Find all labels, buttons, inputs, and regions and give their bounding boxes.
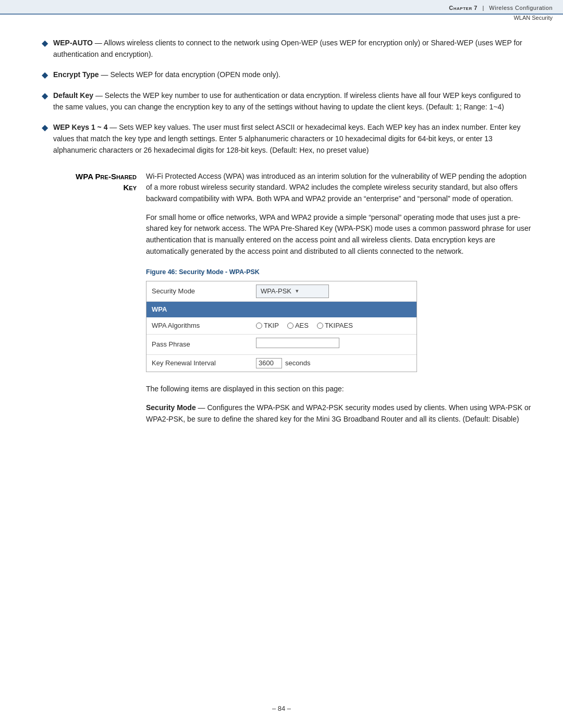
bullet-diamond-icon: ◆	[42, 122, 48, 132]
radio-tkip[interactable]: TKIP	[256, 320, 279, 331]
key-renewal-value: 3600 seconds	[251, 355, 417, 372]
bullet-bold-encrypt: Encrypt Type	[53, 70, 99, 79]
security-mode-body-text: — Configures the WPA-PSK and WPA2-PSK se…	[146, 403, 531, 423]
radio-circle-aes	[287, 323, 293, 329]
interval-group: 3600 seconds	[256, 358, 411, 368]
radio-circle-tkip	[256, 323, 262, 329]
bullet-text-wep-auto: — Allows wireless clients to connect to …	[53, 39, 522, 58]
interval-unit: seconds	[285, 358, 310, 368]
interval-input[interactable]: 3600	[256, 358, 282, 368]
wpa-para2: For small home or office networks, WPA a…	[146, 212, 532, 257]
key-renewal-label: Key Renewal Interval	[146, 355, 251, 372]
table-section-header: WPA	[146, 301, 417, 317]
dropdown-value: WPA-PSK	[261, 286, 291, 297]
bullet-bold-default-key: Default Key	[53, 91, 93, 100]
bullet-diamond-icon: ◆	[42, 38, 48, 48]
header-title: Wireless Configuration	[489, 5, 553, 11]
security-mode-bold: Security Mode	[146, 403, 196, 412]
security-mode-label: Security Mode	[146, 281, 251, 302]
header-divider: |	[482, 5, 484, 11]
wpa-content: Wi-Fi Protected Access (WPA) was introdu…	[146, 171, 532, 433]
page-footer: – 84 –	[0, 705, 563, 712]
table-row-pass-phrase: Pass Phrase	[146, 335, 417, 355]
bullet-list: ◆ WEP-AUTO — Allows wireless clients to …	[31, 38, 532, 156]
bullet-text-encrypt: — Selects WEP for data encryption (OPEN …	[99, 70, 280, 79]
wpa-label: WPA Pre-Shared Key	[31, 171, 146, 193]
radio-aes[interactable]: AES	[287, 320, 309, 331]
wpa-algorithms-value: TKIP AES TKIPAES	[251, 317, 417, 335]
body-text-following: The following items are displayed in thi…	[146, 384, 532, 395]
page-header: Chapter 7 | Wireless Configuration	[0, 0, 563, 15]
section-header-label: WPA	[146, 301, 417, 317]
security-mode-dropdown[interactable]: WPA-PSK ▾	[256, 285, 329, 298]
pass-phrase-value	[251, 335, 417, 355]
list-item: ◆ WEP-AUTO — Allows wireless clients to …	[31, 38, 532, 60]
wpa-label-sub: Key	[31, 182, 137, 193]
bullet-bold-wep-keys: WEP Keys 1 ~ 4	[53, 123, 107, 131]
bullet-diamond-icon: ◆	[42, 70, 48, 80]
chapter-label: Chapter	[449, 5, 472, 11]
page-number: – 84 –	[272, 705, 291, 712]
dropdown-arrow-icon: ▾	[296, 287, 299, 295]
wpa-label-main: WPA Pre-Shared	[31, 171, 137, 182]
radio-group-wpa: TKIP AES TKIPAES	[256, 320, 411, 331]
bullet-bold-wep-auto: WEP-AUTO	[53, 39, 93, 47]
chapter-num: 7	[474, 5, 478, 11]
figure-caption: Figure 46: Security Mode - WPA-PSK	[146, 267, 532, 277]
security-mode-value: WPA-PSK ▾	[251, 281, 417, 302]
radio-label-tkip: TKIP	[264, 320, 279, 331]
table-row-security-mode: Security Mode WPA-PSK ▾	[146, 281, 417, 302]
config-table-wrapper: Security Mode WPA-PSK ▾ WPA	[146, 281, 417, 373]
wpa-algorithms-label: WPA Algorithms	[146, 317, 251, 335]
radio-label-aes: AES	[295, 320, 309, 331]
pass-phrase-label: Pass Phrase	[146, 335, 251, 355]
radio-circle-tkipaes	[317, 323, 323, 329]
body-text-security-mode: Security Mode — Configures the WPA-PSK a…	[146, 402, 532, 425]
list-item: ◆ Encrypt Type — Selects WEP for data en…	[31, 69, 532, 81]
wpa-para1: Wi-Fi Protected Access (WPA) was introdu…	[146, 171, 532, 205]
header-subtitle: WLAN Security	[0, 15, 563, 22]
list-item: ◆ WEP Keys 1 ~ 4 — Sets WEP key values. …	[31, 122, 532, 156]
radio-tkipaes[interactable]: TKIPAES	[317, 320, 353, 331]
config-table: Security Mode WPA-PSK ▾ WPA	[146, 281, 417, 372]
pass-phrase-input[interactable]	[256, 338, 339, 348]
wpa-section: WPA Pre-Shared Key Wi-Fi Protected Acces…	[31, 171, 532, 433]
main-content: ◆ WEP-AUTO — Allows wireless clients to …	[0, 22, 563, 463]
radio-label-tkipaes: TKIPAES	[325, 320, 353, 331]
bullet-text-default-key: — Selects the WEP key number to use for …	[53, 91, 521, 111]
list-item: ◆ Default Key — Selects the WEP key numb…	[31, 90, 532, 113]
table-row-key-renewal: Key Renewal Interval 3600 seconds	[146, 355, 417, 372]
bullet-text-wep-keys: — Sets WEP key values. The user must fir…	[53, 123, 521, 154]
table-row-wpa-algorithms: WPA Algorithms TKIP AES	[146, 317, 417, 335]
interval-value: 3600	[259, 358, 274, 368]
bullet-diamond-icon: ◆	[42, 91, 48, 101]
